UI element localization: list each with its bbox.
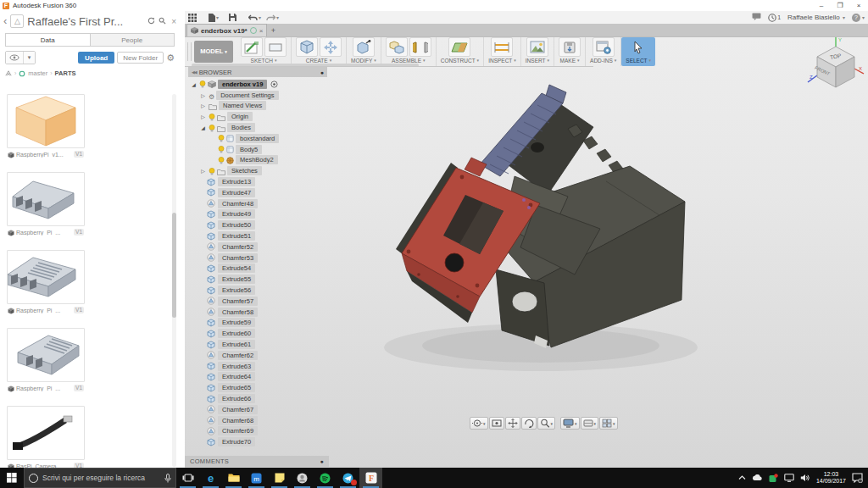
back-arrow-icon[interactable]: ‹ [3, 16, 7, 26]
help-menu[interactable]: ? ▾ [852, 14, 865, 22]
feature-label[interactable]: Extrude47 [218, 188, 255, 197]
feature-label[interactable]: Extrude61 [218, 340, 255, 349]
breadcrumb-current[interactable]: PARTS [55, 69, 76, 77]
feature-label[interactable]: Extrude60 [218, 329, 255, 338]
feature-label[interactable]: Extrude13 [218, 177, 255, 186]
ribbon-group-make[interactable]: MAKE▾ [554, 37, 586, 66]
comments-bar[interactable]: COMMENTS ● [185, 456, 329, 467]
visibility-bulb-icon[interactable] [209, 120, 215, 136]
tree-node-label[interactable]: Named Views [219, 101, 266, 110]
workspace-selector[interactable]: MODEL ▾ [194, 41, 233, 63]
chevron-up-icon[interactable] [738, 475, 746, 480]
undo-icon[interactable]: ▾ [248, 14, 261, 21]
feature-label[interactable]: Chamfer69 [218, 426, 258, 435]
grid-settings-button[interactable]: ▾ [581, 417, 599, 430]
measure-icon[interactable] [491, 37, 513, 57]
viewport[interactable]: ◀◀ BROWSER ● ◢enderbox v19▷⚙Document Set… [185, 66, 868, 468]
pattern-icon[interactable] [320, 37, 342, 57]
feature-label[interactable]: Chamfer67 [218, 405, 258, 414]
tree-row-body5[interactable]: Body5 [188, 144, 332, 155]
browser-header[interactable]: ◀◀ BROWSER ● [188, 67, 327, 77]
ribbon-group-assemble[interactable]: ASSEMBLE▾ [381, 37, 437, 66]
viewports-button[interactable]: ▾ [599, 417, 618, 430]
new-folder-button[interactable]: New Folder [117, 52, 164, 64]
job-status-icon[interactable]: 1 [768, 14, 781, 22]
ribbon-group-inspect[interactable]: INSPECT▾ [484, 37, 521, 66]
rotate-button[interactable] [521, 417, 537, 430]
app-grid-icon[interactable] [188, 14, 197, 22]
comments-options-icon[interactable]: ● [320, 458, 324, 464]
feature-label[interactable]: Extrude59 [218, 318, 255, 327]
box-icon[interactable] [296, 37, 318, 57]
ribbon-group-create[interactable]: CREATE▾ [292, 37, 347, 66]
display-settings-button[interactable]: ▾ [560, 417, 580, 430]
look-at-button[interactable] [489, 417, 504, 430]
user-menu[interactable]: Raffaele Biasiello ▾ [787, 14, 845, 21]
tree-node-label[interactable]: boxstandard [236, 134, 279, 143]
feature-label[interactable]: Extrude56 [218, 286, 255, 295]
expand-arrow-icon[interactable]: ▷ [199, 114, 207, 119]
expand-arrow-icon[interactable]: ▷ [199, 103, 207, 108]
addins-icon[interactable] [593, 37, 615, 57]
taskbar-search[interactable]: Scrivi qui per eseguire la ricerca [24, 468, 176, 488]
insert-icon[interactable] [526, 37, 548, 57]
upload-button[interactable]: Upload [78, 52, 114, 64]
action-center-icon[interactable] [852, 473, 863, 483]
tree-row-bodies[interactable]: ◢Bodies [188, 122, 332, 133]
autodesk-logo-icon[interactable] [5, 70, 12, 76]
ribbon-group-add-ins[interactable]: ADD-INS▾ [586, 37, 621, 66]
browser-options-icon[interactable]: ● [320, 69, 324, 75]
feature-label[interactable]: Extrude63 [218, 362, 255, 371]
panel-scrollbar-thumb[interactable] [172, 213, 176, 318]
part-card[interactable]: Raspberry_Pi_...V1 [7, 172, 85, 245]
start-button[interactable] [0, 468, 24, 488]
view-cube[interactable]: Y X Z TOP FRONT [805, 35, 866, 104]
part-card[interactable]: RasPi_CameraV1 [7, 406, 85, 468]
part-card[interactable]: RaspberryPi_v1...V1 [7, 94, 85, 167]
visibility-bulb-icon[interactable] [199, 76, 206, 92]
tree-node-label[interactable]: Document Settings [216, 91, 278, 100]
feature-label[interactable]: Extrude50 [218, 220, 255, 230]
volume-icon[interactable] [800, 474, 810, 482]
redo-icon[interactable]: ▾ [266, 14, 279, 21]
feature-label[interactable]: Chamfer52 [218, 242, 258, 252]
save-icon[interactable] [229, 14, 236, 21]
restore-button[interactable]: ❐ [831, 0, 849, 11]
feature-label[interactable]: Chamfer48 [218, 199, 258, 208]
minimize-button[interactable]: – [812, 0, 831, 11]
part-card[interactable]: Raspberry_Pi_...V1 [7, 328, 85, 401]
collapse-arrow-icon[interactable]: ◢ [190, 81, 198, 87]
tab-people[interactable]: People [91, 34, 175, 46]
taskbar-edge-icon[interactable]: e [199, 468, 222, 488]
panel-close-icon[interactable]: × [171, 17, 176, 26]
tab-close-icon[interactable]: × [259, 27, 264, 35]
feature-label[interactable]: Extrude51 [218, 231, 255, 241]
plane-icon[interactable] [448, 37, 470, 57]
close-button[interactable]: × [849, 0, 868, 11]
part-card[interactable]: Raspberry_Pi_...V1 [7, 250, 85, 323]
onedrive-icon[interactable] [752, 474, 763, 481]
feature-row[interactable]: Extrude70 [188, 436, 332, 447]
feature-label[interactable]: Chamfer53 [218, 253, 258, 263]
visibility-filter[interactable]: ▾ [5, 51, 36, 64]
select-icon[interactable] [627, 37, 649, 57]
expand-arrow-icon[interactable]: ▷ [199, 168, 207, 174]
comment-bubble-icon[interactable] [752, 13, 761, 22]
tree-node-label[interactable]: enderbox v19 [218, 80, 267, 89]
microphone-icon[interactable] [164, 474, 171, 483]
file-menu-icon[interactable]: ▾ [209, 14, 219, 22]
breadcrumb-root[interactable]: master [28, 69, 47, 77]
document-tab[interactable]: enderbox v19* × [186, 24, 267, 36]
pan-button[interactable] [505, 417, 520, 430]
taskbar-telegram-icon[interactable] [337, 468, 359, 488]
tree-node-label[interactable]: MeshBody2 [236, 155, 278, 164]
display-icon[interactable] [784, 474, 794, 482]
collapse-panel-icon[interactable]: ◀◀ [192, 69, 197, 75]
feature-label[interactable]: Extrude65 [218, 383, 255, 392]
taskbar-sticky-notes-icon[interactable] [268, 468, 291, 488]
component-icon[interactable] [386, 37, 408, 57]
presspull-icon[interactable] [353, 37, 375, 57]
feature-label[interactable]: Extrude54 [218, 263, 255, 273]
ribbon-group-sketch[interactable]: SKETCH▾ [236, 37, 292, 66]
joint-icon[interactable] [409, 37, 431, 57]
